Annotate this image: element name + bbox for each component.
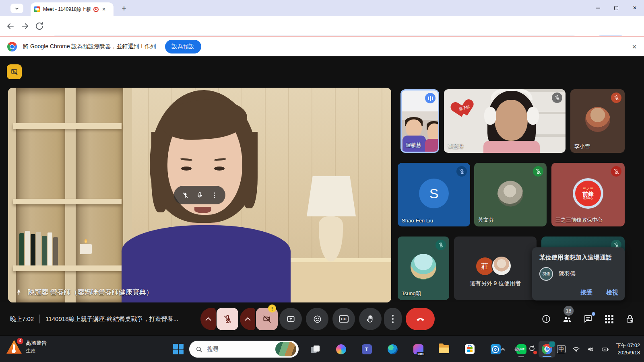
m365-copilot-button[interactable]: M365 — [410, 341, 427, 358]
present-button[interactable] — [279, 308, 302, 330]
mic-off-icon — [223, 315, 232, 324]
task-view-icon — [311, 346, 320, 353]
chat-button[interactable] — [583, 314, 593, 324]
participant-name: 羅敏慧 — [406, 142, 421, 149]
heart-sticker: 親子館 — [454, 99, 476, 119]
avatar: 三之三 前鋒 教保中心 — [573, 178, 603, 209]
sync-status-icon[interactable] — [528, 345, 536, 354]
tab-close-icon[interactable]: × — [102, 6, 105, 12]
activities-button[interactable] — [604, 314, 614, 324]
emoji-icon — [313, 315, 322, 324]
participant-tile[interactable]: Tsung穎 — [398, 237, 449, 300]
window-maximize-button[interactable] — [607, 0, 625, 16]
raise-hand-button[interactable] — [359, 308, 382, 330]
store-icon — [465, 344, 475, 354]
minimize-icon — [596, 8, 600, 8]
unpin-button[interactable] — [182, 191, 189, 199]
screen-share-off-icon — [10, 68, 18, 76]
headphones — [484, 107, 496, 125]
call-end-icon — [416, 315, 425, 324]
onedrive-paused-icon[interactable] — [514, 346, 521, 353]
people-button[interactable]: 18 — [562, 314, 572, 324]
participant-tile[interactable]: 羅敏慧 — [400, 89, 439, 153]
mic-muted-icon — [552, 93, 562, 103]
back-button[interactable] — [6, 21, 15, 31]
mic-options-button[interactable] — [200, 308, 216, 330]
mute-participant-button[interactable] — [196, 191, 204, 199]
chat-notification-dot — [592, 312, 595, 316]
edge-button[interactable] — [384, 341, 401, 358]
accept-button[interactable]: 接受 — [580, 289, 592, 296]
reload-button[interactable] — [35, 21, 44, 31]
warning-count-badge: 4 — [17, 338, 23, 344]
participant-name: 黃文芬 — [478, 216, 494, 224]
tab-search-button[interactable] — [10, 4, 23, 13]
taskbar-clock[interactable]: 下午 07:02 2025/9/18 — [616, 342, 640, 356]
tile-hover-controls — [174, 186, 225, 204]
battery-icon[interactable] — [601, 346, 609, 353]
browser-tab-strip: Meet - 1140918線上親子講... × + × — [0, 0, 644, 16]
participant-count-badge: 18 — [564, 306, 574, 316]
system-tray: 中 下午 07:02 2025/9/18 — [499, 336, 644, 362]
forward-button[interactable] — [20, 21, 30, 31]
host-controls-button[interactable] — [625, 314, 635, 324]
taskbar-weather-widget[interactable]: 4 高溫警告 生效 — [6, 339, 47, 354]
tab-meet[interactable]: Meet - 1140918線上親子講... × — [31, 2, 114, 16]
infobar-close-icon[interactable]: × — [632, 42, 637, 51]
presentation-warning-icon[interactable] — [7, 64, 22, 79]
clock-time: 下午 07:02 — [616, 342, 640, 349]
teams-button[interactable]: T — [358, 341, 375, 358]
lamp — [307, 176, 356, 216]
window-controls: × — [588, 0, 644, 16]
present-icon — [286, 315, 295, 324]
weather-status: 生效 — [26, 348, 47, 354]
screen: Meet - 1140918線上親子講... × + × meet.google… — [0, 0, 644, 362]
main-video-tile[interactable]: 陳冠蓉 營養師（蓉媽咪營養師健康寶典） — [8, 88, 391, 302]
start-button[interactable] — [173, 344, 184, 354]
more-vert-icon — [392, 315, 394, 323]
volume-icon[interactable] — [587, 346, 594, 353]
captions-button[interactable]: CC — [332, 308, 355, 330]
recording-indicator-icon — [93, 7, 99, 12]
reactions-button[interactable] — [306, 308, 328, 330]
file-explorer-button[interactable] — [436, 341, 452, 358]
review-button[interactable]: 檢視 — [606, 289, 618, 296]
tray-chevron-icon[interactable] — [499, 346, 507, 353]
participant-tile[interactable]: 黃文芬 — [474, 163, 547, 226]
wifi-icon[interactable] — [572, 346, 580, 353]
more-options-button[interactable] — [384, 308, 402, 330]
tray-mic-icon[interactable] — [543, 346, 550, 353]
mic-muted-icon — [611, 166, 621, 177]
meet-control-bar: 晚上7:02 1140918線上親子講座-終結餐桌戰爭，打造營養... ! — [0, 302, 644, 335]
divider — [39, 315, 40, 323]
end-call-button[interactable] — [406, 308, 435, 330]
default-browser-infobar: 將 Google Chrome 設為預設瀏覽器，並釘選到工作列 設為預設 × — [0, 36, 644, 56]
meeting-info-button[interactable] — [541, 314, 551, 324]
edge-icon — [388, 344, 398, 354]
copilot-button[interactable] — [332, 341, 349, 358]
new-tab-button[interactable]: + — [119, 4, 129, 13]
meet-logo-icon — [34, 6, 40, 12]
tile-more-options-button[interactable] — [211, 191, 218, 199]
mic-muted-icon — [611, 93, 621, 103]
participant-tile[interactable]: S Shao-Fen Liu — [398, 163, 470, 226]
chat-icon — [583, 314, 593, 324]
set-default-button[interactable]: 設為預設 — [165, 40, 201, 53]
lock-icon — [625, 314, 635, 324]
participant-tile[interactable]: 三之三 前鋒 教保中心 三之三前鋒教保中心 — [551, 163, 625, 226]
task-view-button[interactable] — [307, 341, 324, 358]
window-close-button[interactable]: × — [625, 0, 644, 16]
more-participants-tile[interactable]: 莊 還有另外 9 位使用者 — [454, 237, 537, 300]
window-minimize-button[interactable] — [588, 0, 607, 16]
participant-name: 李小雪 — [574, 143, 590, 150]
weather-title: 高溫警告 — [26, 339, 47, 347]
participant-tile[interactable]: 李小雪 — [570, 89, 625, 153]
hand-icon — [366, 315, 375, 324]
microsoft-store-button[interactable] — [461, 341, 478, 358]
camera-options-button[interactable] — [240, 308, 255, 330]
ime-indicator[interactable]: 中 — [557, 345, 566, 354]
participant-tile[interactable]: 親子館 張意琳 — [444, 89, 566, 153]
taskbar-search[interactable]: 搜尋 — [189, 341, 299, 358]
folder-icon — [439, 345, 449, 353]
mic-mute-button[interactable] — [217, 308, 238, 330]
